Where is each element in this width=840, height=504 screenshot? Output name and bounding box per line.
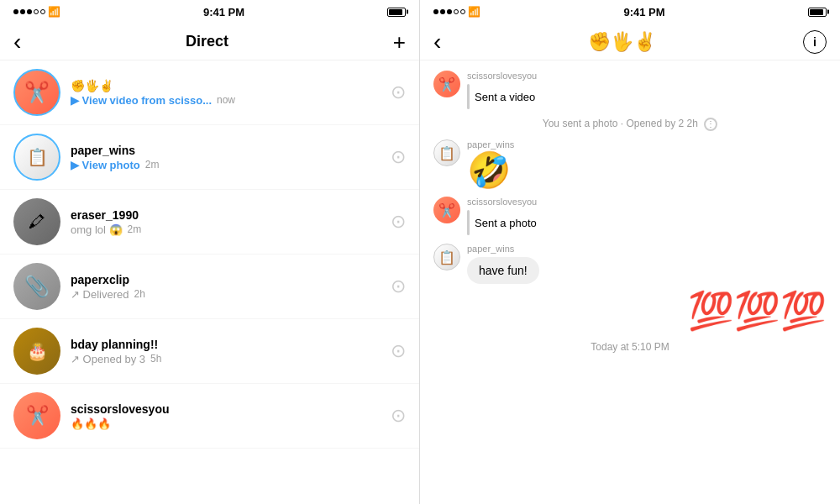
message-row-right: 💯💯💯 [433,292,827,329]
conv-preview: omg lol 😱 [71,223,123,236]
conv-meta: ▶ View photo 2m [71,159,381,171]
message-row: ✂️ scissorslovesyou Sent a video [433,71,827,109]
camera-icon: ⊙ [391,405,406,427]
conv-name: ✊🖐✌ [71,79,381,92]
avatar-wrapper: 🎂 [13,328,60,375]
right-status-left: 📶 [433,6,480,18]
message-row: ✂️ scissorslovesyou Sent a photo [433,197,827,235]
message-sender: scissorslovesyou [467,71,537,81]
left-panel: 📶 9:41 PM ‹ Direct + ✂️ ✊🖐✌ ▶ View vi [0,0,420,504]
right-nav-emoji: ✊🖐✌ [588,31,656,53]
right-back-button[interactable]: ‹ [433,29,441,55]
conv-meta: ▶ View video from scisso... now [71,94,381,107]
right-nav-bar: ‹ ✊🖐✌ i [420,24,840,60]
message-sender: scissorslovesyou [467,197,537,207]
conv-time: 2m [145,159,160,171]
conv-meta: ↗ Delivered 2h [71,288,381,301]
conv-content: paperxclip ↗ Delivered 2h [71,273,381,301]
back-button[interactable]: ‹ [13,29,21,55]
message-content: scissorslovesyou Sent a video [467,71,537,109]
message-bubble: have fun! [467,257,539,284]
avatar: ✂️ [13,392,60,439]
conv-name: paperxclip [71,273,381,286]
right-status-time: 9:41 PM [623,6,664,18]
camera-icon: ⊙ [391,211,406,233]
conv-meta: 🔥🔥🔥 [71,417,381,430]
media-bar [467,84,470,109]
conv-meta: ↗ Opened by 3 5h [71,353,381,365]
message-sender: paper_wins [467,139,514,150]
left-status-left: 📶 [13,6,60,18]
info-button[interactable]: i [803,30,827,54]
media-bar [467,210,470,235]
right-status-right [808,8,827,17]
compose-button[interactable]: + [393,31,406,53]
conv-content: eraser_1990 omg lol 😱 2m [71,208,381,236]
wifi-icon: 📶 [468,6,480,18]
camera-icon: ⊙ [391,81,406,103]
conversation-item[interactable]: 📎 paperxclip ↗ Delivered 2h ⊙ [0,255,419,319]
conv-time: 5h [150,353,161,365]
more-options-icon[interactable]: ⋮ [704,118,717,131]
conv-content: scissorslovesyou 🔥🔥🔥 [71,402,381,430]
conv-content: bday planning!! ↗ Opened by 3 5h [71,338,381,365]
conv-time: 2h [134,288,145,300]
message-avatar: 📋 [433,244,460,270]
left-nav-bar: ‹ Direct + [0,24,419,60]
system-message: You sent a photo · Opened by 2 2h ⋮ [543,118,717,131]
conv-preview: ↗ Opened by 3 [71,353,145,365]
message-row-system: You sent a photo · Opened by 2 2h ⋮ [433,118,827,131]
conv-meta: omg lol 😱 2m [71,223,381,236]
message-emoji: 🤣 [467,153,514,188]
message-avatar: 📋 [433,139,460,166]
conv-preview: ▶ View video from scisso... [71,94,212,107]
system-time: 2h [687,118,698,129]
conv-preview: 🔥🔥🔥 [71,417,111,430]
message-media: Sent a photo [467,210,537,235]
camera-icon: ⊙ [391,276,406,297]
camera-icon: ⊙ [391,340,406,362]
battery-icon [387,8,406,17]
wifi-icon: 📶 [48,6,60,18]
message-content: 💯💯💯 [688,292,827,329]
left-status-right [387,8,406,17]
conversation-list: ✂️ ✊🖐✌ ▶ View video from scisso... now ⊙… [0,60,419,504]
conv-preview: ▶ View photo [71,159,140,171]
conv-name: scissorslovesyou [71,402,381,416]
message-content: paper_wins have fun! [467,244,539,284]
conversation-item[interactable]: 🎂 bday planning!! ↗ Opened by 3 5h ⊙ [0,319,419,384]
signal-icon [433,9,465,14]
conv-name: bday planning!! [71,338,381,351]
avatar-wrapper: 📎 [13,263,60,310]
message-sender: paper_wins [467,244,539,254]
avatar: 📋 [13,134,60,181]
left-status-time: 9:41 PM [203,6,244,18]
messages-area: ✂️ scissorslovesyou Sent a video You sen… [420,60,840,504]
conv-time: 2m [128,223,142,235]
message-avatar: ✂️ [433,197,460,223]
avatar-wrapper: ✂️ [13,69,60,116]
conversation-item[interactable]: ✂️ scissorslovesyou 🔥🔥🔥 ⊙ [0,384,419,449]
battery-icon [808,8,827,17]
message-row: 📋 paper_wins 🤣 [433,139,827,188]
left-status-bar: 📶 9:41 PM [0,0,419,24]
right-status-bar: 📶 9:41 PM [420,0,840,24]
conv-time: now [217,94,235,106]
message-avatar: ✂️ [433,71,460,97]
message-content: paper_wins 🤣 [467,139,514,188]
conversation-item[interactable]: 🖍 eraser_1990 omg lol 😱 2m ⊙ [0,190,419,255]
conversation-item[interactable]: ✂️ ✊🖐✌ ▶ View video from scisso... now ⊙ [0,60,419,125]
avatar-wrapper: 🖍 [13,198,60,245]
conversation-item[interactable]: 📋 paper_wins ▶ View photo 2m ⊙ [0,125,419,190]
timestamp: Today at 5:10 PM [433,341,827,353]
message-row: 📋 paper_wins have fun! [433,244,827,284]
conv-content: ✊🖐✌ ▶ View video from scisso... now [71,79,381,107]
camera-icon: ⊙ [391,146,406,168]
avatar: ✂️ [13,69,60,116]
page-title: Direct [186,33,228,50]
message-100: 💯💯💯 [688,292,827,329]
avatar: 🎂 [13,328,60,375]
message-text: Sent a photo [475,217,537,229]
right-panel: 📶 9:41 PM ‹ ✊🖐✌ i ✂️ scissorslovesyou Se… [420,0,840,504]
avatar: 📎 [13,263,60,310]
